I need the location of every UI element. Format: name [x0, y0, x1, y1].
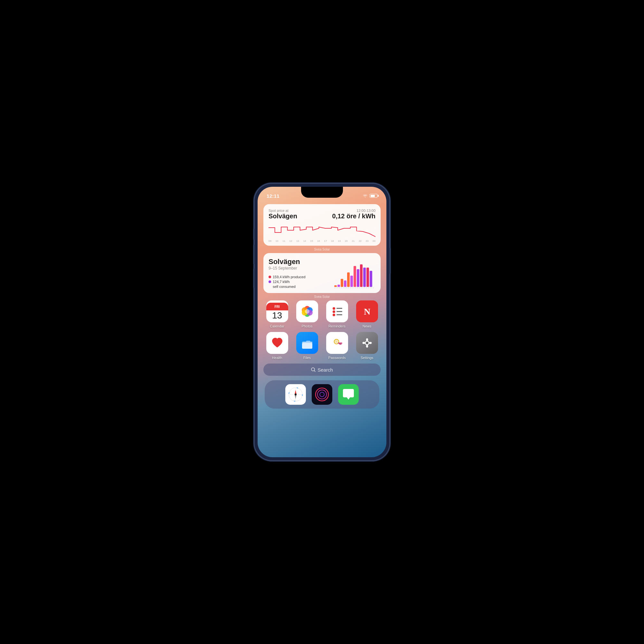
svg-point-24 — [333, 314, 335, 316]
svg-rect-9 — [363, 268, 366, 287]
calendar-icon: FRI 13 — [266, 300, 288, 322]
mute-button[interactable] — [253, 229, 254, 240]
dock-safari[interactable] — [285, 384, 306, 405]
svg-point-54 — [295, 393, 297, 395]
svg-rect-32 — [338, 343, 342, 344]
status-icons — [363, 193, 377, 198]
spot-x-labels: 09101112131415161718192021222300 — [269, 240, 375, 242]
reminders-label: Reminders — [328, 324, 346, 328]
solar-widget[interactable]: Solvägen 9–15 September 159,4 kWh produc… — [263, 253, 381, 293]
app-settings[interactable]: Settings — [353, 332, 381, 360]
spot-price: 0,12 öre / kWh — [332, 213, 376, 220]
svg-rect-10 — [366, 268, 369, 287]
photos-label: Photos — [301, 324, 312, 328]
volume-down-button[interactable] — [253, 269, 254, 288]
spot-time: 12:00-13:00 — [332, 209, 376, 213]
files-icon — [296, 332, 318, 354]
svg-rect-0 — [334, 285, 337, 287]
spot-title: Solvägen — [269, 213, 297, 220]
svg-text:N: N — [364, 307, 370, 317]
spot-price-widget[interactable]: Spot price at Solvägen 12:00-13:00 0,12 … — [263, 204, 381, 246]
news-label: News — [363, 324, 372, 328]
dock-focus[interactable] — [312, 384, 332, 405]
solar-chart-area — [334, 258, 375, 289]
battery-icon — [370, 194, 377, 198]
svg-point-36 — [366, 342, 368, 344]
calendar-label: Calendar — [270, 324, 284, 328]
svg-rect-34 — [339, 344, 340, 345]
settings-icon — [356, 332, 378, 354]
app-reminders[interactable]: Reminders — [323, 300, 351, 328]
svg-rect-29 — [302, 343, 312, 349]
health-icon — [266, 332, 288, 354]
legend-consumed1: 124,7 kWh — [273, 280, 290, 284]
messages-icon — [340, 386, 357, 403]
svg-point-19 — [305, 309, 309, 314]
svg-rect-6 — [354, 266, 356, 287]
legend-produced: 159,4 kWh produced — [273, 275, 306, 279]
app-news[interactable]: N News — [353, 300, 381, 328]
status-time: 12:11 — [267, 193, 279, 199]
notch — [301, 187, 343, 198]
health-label: Health — [272, 356, 282, 360]
reminders-icon — [326, 300, 348, 322]
legend-dot-consumed — [269, 280, 271, 283]
svg-rect-1 — [337, 285, 340, 287]
phone-screen: 12:11 Spot pric — [258, 187, 386, 457]
safari-icon — [287, 386, 304, 403]
spot-source: Svea Solar — [263, 248, 381, 251]
dock-messages[interactable] — [338, 384, 359, 405]
legend-consumed2: self consumed — [273, 285, 296, 289]
solar-source: Svea Solar — [263, 295, 381, 298]
svg-point-31 — [335, 340, 338, 343]
svg-rect-4 — [347, 272, 350, 287]
svg-rect-25 — [336, 314, 342, 315]
dock — [265, 380, 379, 409]
svg-rect-21 — [336, 308, 342, 309]
svg-rect-8 — [360, 264, 363, 287]
search-icon — [311, 367, 316, 372]
app-photos[interactable]: Photos — [293, 300, 321, 328]
legend-dot-produced — [269, 276, 271, 278]
phone-frame: 12:11 Spot pric — [254, 184, 390, 460]
spot-chart — [269, 221, 375, 239]
svg-point-20 — [333, 307, 335, 310]
power-button[interactable] — [390, 248, 391, 274]
app-calendar[interactable]: FRI 13 Calendar — [263, 300, 291, 328]
cal-day-label: FRI — [266, 303, 288, 310]
svg-rect-11 — [370, 271, 372, 287]
app-health[interactable]: Health — [263, 332, 291, 360]
solar-date: 9–15 September — [269, 266, 330, 270]
wifi-icon — [363, 193, 368, 198]
app-grid-row1: FRI 13 Calendar — [263, 300, 381, 328]
news-icon: N — [356, 300, 378, 322]
search-label: Search — [317, 367, 333, 373]
svg-point-22 — [333, 310, 335, 313]
spot-label: Spot price at — [269, 209, 297, 213]
svg-rect-33 — [340, 344, 341, 345]
svg-rect-2 — [341, 279, 343, 287]
cal-date: 13 — [272, 311, 282, 320]
passwords-icon — [326, 332, 348, 354]
svg-rect-23 — [336, 311, 342, 312]
app-grid-row2: Health Files — [263, 332, 381, 360]
solar-title: Solvägen — [269, 258, 330, 266]
svg-rect-5 — [350, 276, 353, 287]
app-passwords[interactable]: Passwords — [323, 332, 351, 360]
focus-icon — [313, 386, 331, 403]
solar-left: Solvägen 9–15 September 159,4 kWh produc… — [269, 258, 330, 289]
photos-icon — [296, 300, 318, 322]
files-label: Files — [303, 356, 311, 360]
svg-rect-7 — [357, 269, 359, 287]
app-files[interactable]: Files — [293, 332, 321, 360]
search-bar[interactable]: Search — [263, 364, 381, 376]
volume-up-button[interactable] — [253, 245, 254, 264]
settings-label: Settings — [361, 356, 374, 360]
screen-content: Spot price at Solvägen 12:00-13:00 0,12 … — [258, 201, 386, 457]
solar-legend: 159,4 kWh produced 124,7 kWh self consum… — [269, 275, 330, 289]
svg-rect-3 — [344, 280, 346, 287]
passwords-label: Passwords — [328, 356, 346, 360]
svg-line-46 — [314, 371, 315, 372]
